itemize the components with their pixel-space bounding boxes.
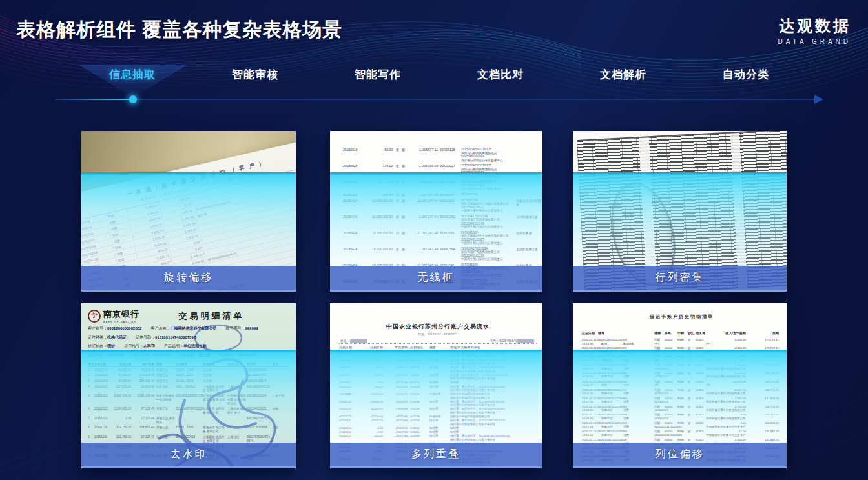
logo-cn-text: 达观数据 xyxy=(778,15,851,36)
progress-line-active-segment xyxy=(55,99,130,100)
table-row: 20180424 10,000,000.00 借 期 1,087,247.94 … xyxy=(343,215,542,229)
scene-card-borderless: 20180013 50.00 借 期 1,098,577.11 99KD0126… xyxy=(330,131,542,292)
statement-fields: 客户账号：0301260000002832客户名称：上海期柏信息科技有限公司账号… xyxy=(88,326,289,358)
table-row: 4 20191020 127,500.00 26,609.49 归还贷款 030… xyxy=(88,384,289,393)
bank-name-cn: 南京银行 xyxy=(103,308,140,320)
table-row: 7 20191022 2.00 27,107.49 普通汇兑 及手续费 6001… xyxy=(88,415,289,425)
table-row: 20160119 -100.00 24705.04 103999 转付通 转付通… xyxy=(339,385,537,392)
scene-card-dense-grid: 行列密集 xyxy=(573,131,787,292)
table-row: 2020-01-16 2303012901102256938 活期 00000 … xyxy=(582,430,781,437)
field-row: 客户账号：0301260000002832客户名称：上海期柏信息科技有限公司账号… xyxy=(88,326,289,332)
table-row: 20160113 -55.00 25825.56 103999 转付通 转付通，… xyxy=(339,366,537,373)
logo-en-text: DATA GRAND xyxy=(778,38,851,45)
card-label-dense: 行列密集 xyxy=(573,266,787,292)
table-row: 2 20191018 45,000.00 114,109.49 普通汇兑 622… xyxy=(88,373,289,379)
tab-auto-classification[interactable]: 自动分类 xyxy=(685,67,807,82)
arrow-right-icon xyxy=(814,95,823,104)
table-row: 20160125 -42000.00 23803.96 103008 转付通 转… xyxy=(339,407,537,414)
redaction-block xyxy=(517,339,534,343)
card-label-rotation-offset: 旋转偏移 xyxy=(81,266,296,292)
table-row: 1 20191018 45,000.00 69,109.49 普通汇兑 6222… xyxy=(88,367,289,373)
table-row: 20180028 178.02 借 期 1,098,399.09 99KD002… xyxy=(343,164,542,178)
table-row: 20160124 +13000.00 24433.96 103008 转付通 转… xyxy=(339,400,537,407)
bank-logo-icon: 宁 xyxy=(88,310,101,323)
statement-header: 宁 南京银行 BANK OF NANJING 交易明细清单 xyxy=(88,308,289,323)
scene-card-rotation-offset: 一 本 通 / 借 卡 通 交 易 明 细 （ 客 户 ） 账号标识：人民币汇卡… xyxy=(81,131,296,292)
table-row: 2020-01-19 2303012901102256938 活期 00000 … xyxy=(582,413,781,420)
scene-card-column-shift: 借记卡账户历史明细清单 交易日期 顺号 储种 序号 币种 钞汇 地区号 收入/支… xyxy=(573,303,787,468)
slide: 表格解析组件 覆盖各种复杂表格场景 达观数据 DATA GRAND 信息抽取 智… xyxy=(0,0,868,480)
table-header-row: 交易日期 顺号 储种 序号 币种 钞汇 地区号 收入/支出金额 余额 xyxy=(582,331,781,337)
field-row: 起始日期：20191001终止日期：20191231交易机构：营业部交易柜员：9… xyxy=(88,352,289,358)
doc-date-range: 日期：20160101 - 20160721 xyxy=(339,332,537,336)
table-row: 20160112 -205.00 20558.56 103999 转付通 转付通… xyxy=(339,359,537,366)
field-row: 证件种类：机构代码证证件号码：913100114748090739O xyxy=(88,335,289,341)
table-row: 2020-02-02 2303012901102256938 活期 00000 … xyxy=(582,397,781,404)
table-row: 2020-02-01 2303012901102256938 活期 00000 … xyxy=(582,405,781,412)
bank-name-en: BANK OF NANJING xyxy=(103,320,140,323)
tab-intelligent-review[interactable]: 智能审核 xyxy=(194,67,316,82)
table-row: 2020-03-21 2303012901102256938 活期 00000 … xyxy=(582,346,781,354)
card-label-borderless: 无线框 xyxy=(330,266,542,292)
redaction-block xyxy=(350,339,367,343)
table-row: 20180424 10,000,000.00 贷 期 11,087,247.94… xyxy=(343,199,542,213)
tab-intelligent-writing[interactable]: 智能写作 xyxy=(316,67,439,82)
table-row: 2020-02-20 2303012901102256938 活期 00000 … xyxy=(582,380,781,387)
doc-meta-row: 姓名： 卡号：6228480640 xyxy=(339,337,537,344)
table-row: 20180424 10,000,000.00 借 期 1,087,247.94 … xyxy=(343,247,542,261)
table-row: 5 20191022 5,064,500.00 5,091,109.49 账务往… xyxy=(88,394,289,406)
table-row: 2020-03-31 2303012901102256938 活期 00000 … xyxy=(582,338,781,345)
tab-info-extraction[interactable]: 信息抽取 xyxy=(71,67,194,82)
progress-line-base xyxy=(55,99,814,100)
table-header-row: 交易日期 交易金额 本次余额 交易地点 摘要 用途/对方账号和户名 xyxy=(339,344,537,350)
table-row: 2020-02-15 2303012901102256938 活期 00000 … xyxy=(582,388,781,395)
table-header-row: 序号 交易日期 交易金额 账户余额 摘要 对方账号 对方户名 对方行名 凭证号 … xyxy=(88,361,289,367)
table-row: 2020-03-12 2303012901102256938 活期 00000 … xyxy=(582,363,781,370)
scene-card-watermark-removal: 宁 南京银行 BANK OF NANJING 交易明细清单 客户账号：03012… xyxy=(81,303,296,468)
page-title: 表格解析组件 覆盖各种复杂表格场景 xyxy=(16,17,342,43)
table-row: 20160113 -600.00 24733.96 103999 转付通 转付通… xyxy=(339,374,537,381)
table-row: 20160214 -2.00 28427.96 105430 短信费 短信费 xyxy=(339,430,537,434)
table-row: 20160125 -24000.00 30931.96 103008 跨网转账 … xyxy=(339,415,537,418)
table-row: 2020-03-21 2303012901102256938 活期 00000 … xyxy=(582,355,781,362)
table-row: 20180321 560.44 贷 期 1,087,247.94 6666004… xyxy=(343,193,542,197)
table-row: 20160214 -2.00 28429.96 103610 短信费 短信费 xyxy=(339,426,537,430)
card-label-column-shift: 列位偏移 xyxy=(573,443,787,468)
table-row: 8 20191118 131,750.00 158,857.49 普通汇兑 55… xyxy=(88,425,289,434)
tab-document-compare[interactable]: 文档比对 xyxy=(439,67,562,82)
tab-document-parsing[interactable]: 文档解析 xyxy=(562,67,685,82)
scene-card-column-overlap: 中国农业银行苏州分行账户交易流水 日期：20160101 - 20160721 … xyxy=(330,303,542,468)
statement-title: 交易明细清单 xyxy=(178,310,289,322)
bank-logo: 宁 南京银行 BANK OF NANJING xyxy=(88,308,178,323)
card-label-watermark-removal: 去水印 xyxy=(81,443,296,468)
table-row: 20160131 -24000.00 28403.96 103008 转付通 转… xyxy=(339,419,537,426)
table-row: 3 20191018 40,000.00 154,109.49 普通汇兑 622… xyxy=(88,378,289,384)
table-row: 20160217 -100.00 28327.96 103999 转付通 转付通… xyxy=(339,434,537,441)
table-row: 20180424 10,000,000.00 贷 期 11,087,247.94… xyxy=(343,231,542,245)
table-row: 6 20191022 5,064,000.00 27,109.49 普通汇兑 5… xyxy=(88,406,289,415)
active-tab-dot xyxy=(129,95,137,103)
field-row: 钞汇标志：现钞货币代号：人民币产品说明：单位活期存款 xyxy=(88,343,289,349)
table-row: 20160121 -200.00 20763.56 103999 转付通 转付通… xyxy=(339,351,537,358)
table-row: 2020-02-26 2303012901102256938 活期 00000 … xyxy=(582,372,781,379)
table-row: 20180013 50.00 借 期 1,098,577.11 99KD0126… xyxy=(343,148,542,162)
table-row: 20160113 -2.00 24731.96 103610 短信费 短信费 xyxy=(339,381,537,384)
datagrand-logo: 达观数据 DATA GRAND xyxy=(778,15,851,45)
card-label-column-overlap: 多列重叠 xyxy=(330,443,542,468)
table-row: 20160122 -14000.00 24631.96 100000 跨网转账 … xyxy=(339,392,537,399)
table-row: 20180028 11,711.39 借 期 1,086,687.70 99KD… xyxy=(343,180,542,191)
doc-title: 借记卡账户历史明细清单 xyxy=(582,314,781,320)
doc-title: 中国农业银行苏州分行账户交易流水 xyxy=(339,323,537,331)
table-row: 2020-01-18 2303012901102256938 活期 00000 … xyxy=(582,421,781,428)
tab-progress-line xyxy=(55,95,823,105)
tab-bar: 信息抽取 智能审核 智能写作 文档比对 文档解析 自动分类 xyxy=(71,67,807,82)
